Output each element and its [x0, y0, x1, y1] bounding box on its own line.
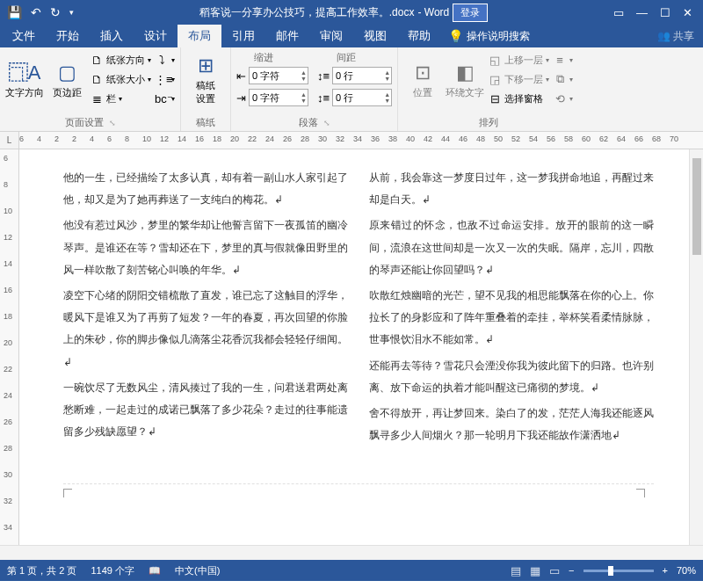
ribbon-options-icon[interactable]: ▭ [613, 6, 624, 19]
titlebar: 💾 ↶ ↻ ▾ 稻客说一分享办公技巧，提高工作效率。.docx - Word 登… [0, 0, 703, 25]
space-before-input[interactable]: 0 行▲▼ [332, 67, 392, 84]
indent-right-icon: ⇥ [236, 91, 246, 105]
vertical-scrollbar[interactable] [689, 149, 703, 545]
zoom-out-button[interactable]: − [569, 565, 574, 576]
tab-review[interactable]: 审阅 [309, 25, 353, 47]
text-direction-button[interactable]: ⿹A 文字方向 [5, 51, 44, 109]
status-words[interactable]: 1149 个字 [91, 564, 134, 577]
wrap-button[interactable]: ◧ 环绕文字 [446, 51, 484, 109]
tab-insert[interactable]: 插入 [90, 25, 134, 47]
orientation-icon: 🗋 [90, 54, 104, 67]
zoom-value[interactable]: 70% [677, 565, 696, 576]
tell-me-label: 操作说明搜索 [467, 29, 530, 44]
columns-icon: ≣ [90, 92, 104, 105]
scrollbar-thumb[interactable] [692, 158, 701, 255]
zoom-in-button[interactable]: + [663, 565, 668, 576]
selection-pane-button[interactable]: ⊟选择窗格 [488, 90, 549, 107]
text-direction-label: 文字方向 [5, 86, 44, 99]
wrap-label: 环绕文字 [446, 86, 484, 99]
group-arrange: ⊡ 位置 ◧ 环绕文字 ◱上移一层 ▾ ◲下移一层 ▾ ⊟选择窗格 ≡▾ ⧉▾ … [398, 47, 578, 131]
breaks-button[interactable]: ⤵▾ [155, 51, 175, 69]
tab-view[interactable]: 视图 [353, 25, 397, 47]
position-label: 位置 [413, 86, 432, 99]
position-button[interactable]: ⊡ 位置 [403, 51, 442, 109]
vertical-ruler[interactable]: 6810121416182022242628303234 [0, 149, 19, 545]
indent-left-value: 0 字符 [252, 69, 279, 83]
view-read-icon[interactable]: ▤ [511, 564, 521, 577]
size-button[interactable]: 🗋纸张大小 ▾ [90, 70, 151, 88]
tab-help[interactable]: 帮助 [397, 25, 441, 47]
view-print-icon[interactable]: ▦ [530, 564, 540, 577]
column-1[interactable]: 他的一生，已经描绘了太多认真，却有着一副山水人家引起了他，却又是为了她再葬送了一… [63, 167, 348, 475]
share-button[interactable]: 👥 共享 [657, 29, 694, 44]
status-page[interactable]: 第 1 页，共 2 页 [7, 564, 76, 577]
hyphenation-icon: bc⁻ [155, 92, 169, 105]
orientation-button[interactable]: 🗋纸张方向 ▾ [90, 51, 151, 69]
share-icon: 👥 [657, 30, 670, 42]
view-web-icon[interactable]: ▭ [549, 564, 560, 577]
tell-me-search[interactable]: 💡 操作说明搜索 [448, 29, 530, 44]
bring-forward-button[interactable]: ◱上移一层 ▾ [488, 51, 549, 69]
tab-file[interactable]: 文件 [2, 25, 46, 47]
close-icon[interactable]: ✕ [683, 6, 692, 19]
arrange-group-label: 排列 [479, 116, 498, 129]
space-after-input[interactable]: 0 行▲▼ [332, 89, 392, 106]
zoom-slider[interactable] [583, 570, 654, 572]
save-icon[interactable]: 💾 [7, 5, 22, 19]
gaozi-button[interactable]: ⊞ 稿纸 设置 [186, 51, 225, 109]
text-direction-icon: ⿹A [9, 62, 41, 84]
share-label: 共享 [673, 30, 694, 42]
ruler-corner: L [0, 132, 19, 149]
statusbar: 第 1 页，共 2 页 1149 个字 📖 中文(中国) ▤ ▦ ▭ − + 7… [0, 560, 703, 581]
ribbon-tabs: 文件 开始 插入 设计 布局 引用 邮件 审阅 视图 帮助 💡 操作说明搜索 👥… [0, 25, 703, 47]
horizontal-ruler[interactable]: L 64224681012141618202224262830323436384… [0, 132, 703, 149]
line-numbers-icon: ⋮≡ [155, 73, 169, 86]
tab-layout[interactable]: 布局 [178, 25, 221, 47]
hyphenation-button[interactable]: bc⁻▾ [155, 90, 175, 107]
align-button[interactable]: ≡▾ [553, 51, 573, 69]
send-backward-icon: ◲ [488, 73, 502, 86]
gaozi-group-label: 稿纸 [196, 116, 215, 129]
status-proofing-icon[interactable]: 📖 [149, 565, 161, 577]
gaozi-label: 稿纸 设置 [196, 79, 215, 105]
columns-button[interactable]: ≣栏 ▾ [90, 90, 151, 107]
paragraph-group-label: 段落 [299, 116, 318, 129]
group-icon: ⧉ [553, 72, 567, 86]
horizontal-scrollbar[interactable] [0, 545, 703, 560]
line-numbers-button[interactable]: ⋮≡▾ [155, 70, 175, 88]
document-page[interactable]: 他的一生，已经描绘了太多认真，却有着一副山水人家引起了他，却又是为了她再葬送了一… [19, 149, 689, 545]
page-setup-launcher-icon[interactable]: ⤡ [109, 119, 116, 127]
page-corner-right [636, 489, 645, 497]
paragraph-launcher-icon[interactable]: ⤡ [323, 119, 330, 127]
tab-references[interactable]: 引用 [221, 25, 265, 47]
column-2[interactable]: 从前，我会靠这一梦度日过年，这一梦我拼命地追，再醒过来却是白天。↲原来错过的怀念… [369, 167, 654, 475]
margins-button[interactable]: ▢ 页边距 [47, 51, 86, 109]
zoom-handle[interactable] [608, 566, 613, 576]
undo-icon[interactable]: ↶ [31, 5, 41, 19]
spacing-header: 间距 [337, 51, 356, 64]
redo-icon[interactable]: ↻ [50, 5, 61, 19]
rotate-icon: ⟲ [553, 92, 567, 105]
group-gaozi: ⊞ 稿纸 设置 稿纸 [181, 47, 231, 131]
tab-design[interactable]: 设计 [134, 25, 178, 47]
space-before-icon: ↕≡ [317, 69, 330, 83]
login-button[interactable]: 登录 [453, 4, 488, 22]
send-backward-button[interactable]: ◲下移一层 ▾ [488, 70, 549, 88]
indent-right-input[interactable]: 0 字符▲▼ [249, 89, 308, 106]
quick-access-toolbar: 💾 ↶ ↻ ▾ [4, 5, 74, 19]
maximize-icon[interactable]: ☐ [660, 6, 670, 19]
tab-home[interactable]: 开始 [46, 25, 90, 47]
columns-label: 栏 [106, 92, 116, 105]
breaks-icon: ⤵ [155, 54, 169, 67]
page-setup-group-label: 页面设置 [65, 116, 104, 129]
minimize-icon[interactable]: — [636, 6, 648, 19]
space-before-value: 0 行 [336, 69, 353, 83]
status-language[interactable]: 中文(中国) [175, 564, 220, 577]
group-button[interactable]: ⧉▾ [553, 70, 573, 88]
page-corner-left [63, 489, 72, 497]
rotate-button[interactable]: ⟲▾ [553, 90, 573, 107]
orientation-label: 纸张方向 [106, 54, 145, 67]
indent-left-input[interactable]: 0 字符▲▼ [249, 67, 308, 84]
tab-mailings[interactable]: 邮件 [265, 25, 309, 47]
document-area: 6810121416182022242628303234 他的一生，已经描绘了太… [0, 149, 703, 545]
